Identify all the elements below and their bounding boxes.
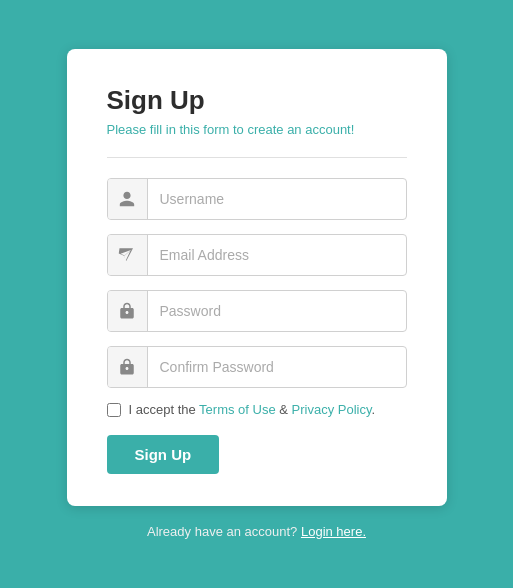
username-input-group	[107, 178, 407, 220]
password-input[interactable]	[148, 293, 406, 329]
card-subtitle: Please fill in this form to create an ac…	[107, 122, 407, 137]
footer: Already have an account? Login here.	[147, 524, 366, 539]
confirm-password-input[interactable]	[148, 349, 406, 385]
confirm-lock-icon	[108, 347, 148, 387]
signup-card: Sign Up Please fill in this form to crea…	[67, 49, 447, 506]
email-icon	[108, 235, 148, 275]
terms-text: I accept the Terms of Use & Privacy Poli…	[129, 402, 376, 417]
email-input[interactable]	[148, 237, 406, 273]
divider	[107, 157, 407, 158]
email-input-group	[107, 234, 407, 276]
page-title: Sign Up	[107, 85, 407, 116]
terms-row: I accept the Terms of Use & Privacy Poli…	[107, 402, 407, 417]
footer-text: Already have an account?	[147, 524, 297, 539]
terms-of-use-link[interactable]: Terms of Use	[199, 402, 276, 417]
confirm-password-input-group	[107, 346, 407, 388]
privacy-policy-link[interactable]: Privacy Policy	[292, 402, 372, 417]
password-input-group	[107, 290, 407, 332]
login-link[interactable]: Login here.	[301, 524, 366, 539]
user-icon	[108, 179, 148, 219]
lock-icon	[108, 291, 148, 331]
signup-button[interactable]: Sign Up	[107, 435, 220, 474]
terms-checkbox[interactable]	[107, 403, 121, 417]
username-input[interactable]	[148, 181, 406, 217]
